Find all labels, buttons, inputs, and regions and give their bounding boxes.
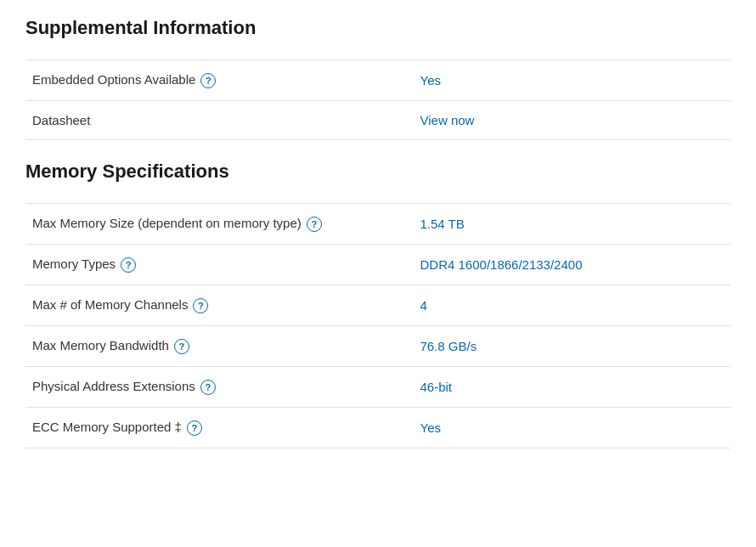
supplemental-section: Supplemental Information Embedded Option… — [25, 17, 731, 140]
spec-label: Max Memory Bandwidth? — [25, 326, 414, 367]
spec-value: DDR4 1600/1866/2133/2400 — [414, 245, 731, 285]
table-row: Max Memory Size (dependent on memory typ… — [25, 204, 731, 245]
spec-label: Max # of Memory Channels? — [25, 285, 414, 326]
spec-value: Yes — [414, 60, 731, 101]
spec-value: 46-bit — [414, 367, 731, 408]
table-row: Physical Address Extensions?46-bit — [25, 367, 731, 408]
spec-label: Datasheet — [25, 101, 414, 140]
spec-label: Memory Types? — [25, 245, 414, 285]
spec-label: Embedded Options Available? — [25, 60, 414, 101]
help-icon[interactable]: ? — [200, 73, 216, 88]
spec-value: 4 — [414, 285, 731, 326]
spec-label: ECC Memory Supported ‡? — [25, 408, 414, 448]
table-row: Embedded Options Available?Yes — [25, 60, 731, 101]
help-icon[interactable]: ? — [193, 298, 208, 313]
help-icon[interactable]: ? — [174, 339, 189, 354]
help-icon[interactable]: ? — [307, 217, 322, 232]
spec-link[interactable]: View now — [420, 113, 475, 127]
spec-label: Max Memory Size (dependent on memory typ… — [25, 204, 414, 245]
table-row: Memory Types?DDR4 1600/1866/2133/2400 — [25, 245, 731, 285]
table-row: ECC Memory Supported ‡?Yes — [25, 408, 731, 448]
memory-table: Max Memory Size (dependent on memory typ… — [25, 203, 731, 448]
memory-title: Memory Specifications — [25, 161, 731, 189]
page-container: Supplemental Information Embedded Option… — [0, 0, 756, 486]
help-icon[interactable]: ? — [200, 380, 216, 395]
spec-value: Yes — [414, 408, 731, 448]
spec-value: 76.8 GB/s — [414, 326, 731, 367]
table-row: Max # of Memory Channels?4 — [25, 285, 731, 326]
spec-label: Physical Address Extensions? — [25, 367, 414, 408]
spec-value: 1.54 TB — [414, 204, 731, 245]
supplemental-title: Supplemental Information — [25, 17, 731, 46]
help-icon[interactable]: ? — [187, 420, 202, 436]
memory-section: Memory Specifications Max Memory Size (d… — [25, 161, 731, 448]
spec-value: View now — [414, 101, 731, 140]
table-row: Max Memory Bandwidth?76.8 GB/s — [25, 326, 731, 367]
table-row: DatasheetView now — [25, 101, 731, 140]
help-icon[interactable]: ? — [121, 257, 136, 273]
supplemental-table: Embedded Options Available?YesDatasheetV… — [25, 59, 731, 140]
